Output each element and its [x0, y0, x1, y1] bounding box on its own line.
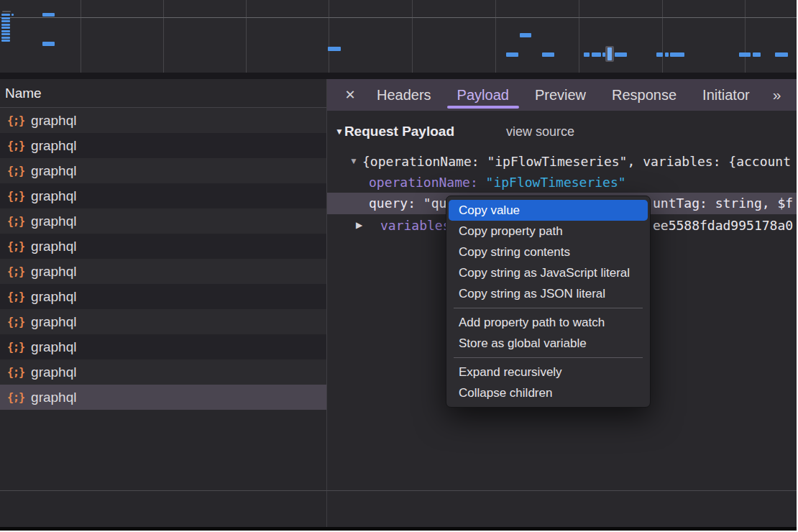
tab-payload[interactable]: Payload [444, 79, 522, 111]
menu-separator [454, 308, 643, 308]
payload-object-preview: {operationName: "ipFlowTimeseries", vari… [362, 151, 791, 172]
request-name: graphql [31, 289, 76, 305]
payload-root-row[interactable]: ▼ {operationName: "ipFlowTimeseries", va… [327, 151, 797, 172]
overview-request-bar[interactable] [1, 40, 10, 42]
request-name: graphql [31, 239, 76, 254]
menu-separator [454, 357, 643, 358]
expander-down-icon[interactable]: ▼ [349, 151, 358, 172]
overview-request-bar[interactable] [592, 52, 601, 57]
tab-headers[interactable]: Headers [364, 79, 444, 111]
request-payload-header: ▼Request Payloadview source [335, 122, 574, 141]
request-row[interactable]: {;}graphql [0, 183, 326, 208]
more-tabs-icon[interactable]: » [773, 86, 780, 104]
overview-request-bar[interactable] [670, 52, 684, 57]
overview-gridline [495, 0, 496, 73]
overview-request-bar[interactable] [1, 24, 10, 26]
overview-request-bar[interactable] [42, 42, 55, 46]
request-row[interactable]: {;}graphql [0, 208, 326, 234]
request-name: graphql [31, 113, 76, 129]
request-row[interactable]: {;}graphql [0, 359, 326, 385]
request-row[interactable]: {;}graphql [0, 133, 326, 158]
overview-gridline [412, 0, 413, 73]
request-row[interactable]: {;}graphql [0, 309, 326, 334]
menu-item-copy-string-as-javascript-literal[interactable]: Copy string as JavaScript literal [446, 262, 650, 283]
overview-request-bar[interactable] [584, 52, 590, 57]
request-name: graphql [31, 339, 76, 355]
request-name: graphql [31, 364, 76, 380]
tab-strip: HeadersPayloadPreviewResponseInitiator [358, 79, 763, 111]
overview-request-bar[interactable] [42, 13, 55, 17]
overview-request-bar[interactable] [1, 14, 10, 16]
overview-request-bar[interactable] [520, 33, 531, 37]
menu-item-store-as-global-variable[interactable]: Store as global variable [446, 333, 650, 354]
overview-request-bar[interactable] [739, 52, 751, 57]
overview-request-bar[interactable] [1, 30, 10, 32]
request-name: graphql [31, 188, 76, 204]
context-menu: Copy valueCopy property pathCopy string … [446, 196, 651, 408]
summary-divider [0, 490, 797, 491]
query-fragment-right: untTag: string, $f [653, 193, 793, 214]
expander-right-icon[interactable]: ▶ [356, 215, 362, 236]
network-overview[interactable] [0, 0, 797, 73]
overview-request-bar[interactable] [1, 20, 10, 22]
overview-gridline [81, 0, 81, 73]
menu-item-copy-string-contents[interactable]: Copy string contents [446, 242, 650, 262]
query-fragment-left: query: "qu [369, 193, 446, 214]
close-icon[interactable]: ✕ [342, 87, 358, 103]
overview-gridline [745, 0, 746, 73]
request-name: graphql [31, 163, 76, 179]
overview-request-bar[interactable] [665, 52, 669, 57]
devtools-network-panel: Name {;}graphql{;}graphql{;}graphql{;}gr… [0, 0, 797, 531]
request-row[interactable]: {;}graphql [0, 158, 326, 183]
json-request-icon: {;} [7, 391, 24, 404]
overview-request-bar[interactable] [615, 52, 627, 57]
overview-request-bar[interactable] [542, 52, 554, 57]
property-name: operationName: [369, 175, 478, 190]
menu-item-copy-string-as-json-literal[interactable]: Copy string as JSON literal [446, 283, 650, 304]
request-row[interactable]: {;}graphql [0, 234, 326, 259]
request-row[interactable]: {;}graphql [0, 284, 326, 309]
request-payload-title: Request Payload [344, 124, 454, 139]
tab-response[interactable]: Response [599, 79, 689, 111]
request-row[interactable]: {;}graphql [0, 108, 326, 133]
menu-item-add-property-path-to-watch[interactable]: Add property path to watch [446, 312, 650, 333]
overview-request-bar[interactable] [602, 52, 605, 57]
overview-request-bar[interactable] [506, 52, 518, 57]
overview-request-bar[interactable] [1, 17, 10, 19]
overview-gridline [662, 0, 663, 73]
overview-request-bar[interactable] [328, 47, 341, 51]
overview-request-bar[interactable] [656, 52, 663, 57]
collapse-triangle-icon[interactable]: ▼ [335, 127, 344, 137]
overview-request-bar[interactable] [1, 37, 10, 39]
bottom-bar [0, 527, 797, 531]
detail-tabbar: ✕ HeadersPayloadPreviewResponseInitiator… [327, 79, 797, 111]
tab-preview[interactable]: Preview [522, 79, 599, 111]
overview-request-bar[interactable] [753, 52, 761, 57]
request-name: graphql [31, 214, 76, 229]
payload-operationname-row[interactable]: operationName: "ipFlowTimeseries" [327, 172, 797, 193]
json-request-icon: {;} [7, 240, 24, 253]
menu-item-copy-value[interactable]: Copy value [449, 200, 648, 221]
overview-request-bar[interactable] [1, 33, 10, 35]
overview-gridline [329, 0, 329, 73]
tab-initiator[interactable]: Initiator [689, 79, 763, 111]
overview-request-bar[interactable] [12, 14, 14, 16]
request-row[interactable]: {;}graphql [0, 385, 326, 410]
overview-request-bar[interactable] [2, 11, 11, 12]
request-row[interactable]: {;}graphql [0, 259, 326, 284]
json-request-icon: {;} [7, 190, 24, 203]
overview-request-bar[interactable] [1, 27, 10, 29]
json-request-icon: {;} [7, 215, 24, 228]
view-source-link[interactable]: view source [506, 124, 574, 139]
request-name: graphql [31, 314, 76, 330]
json-request-icon: {;} [7, 290, 24, 303]
menu-item-collapse-children[interactable]: Collapse children [446, 382, 650, 403]
overview-request-bar[interactable] [775, 52, 788, 57]
overview-bottom-band [0, 73, 797, 79]
json-request-icon: {;} [7, 366, 24, 379]
menu-item-copy-property-path[interactable]: Copy property path [446, 221, 650, 242]
overview-horizontal-gridline [0, 17, 797, 18]
request-row[interactable]: {;}graphql [0, 334, 326, 359]
name-column-header[interactable]: Name [0, 79, 326, 108]
menu-item-expand-recursively[interactable]: Expand recursively [446, 362, 650, 382]
